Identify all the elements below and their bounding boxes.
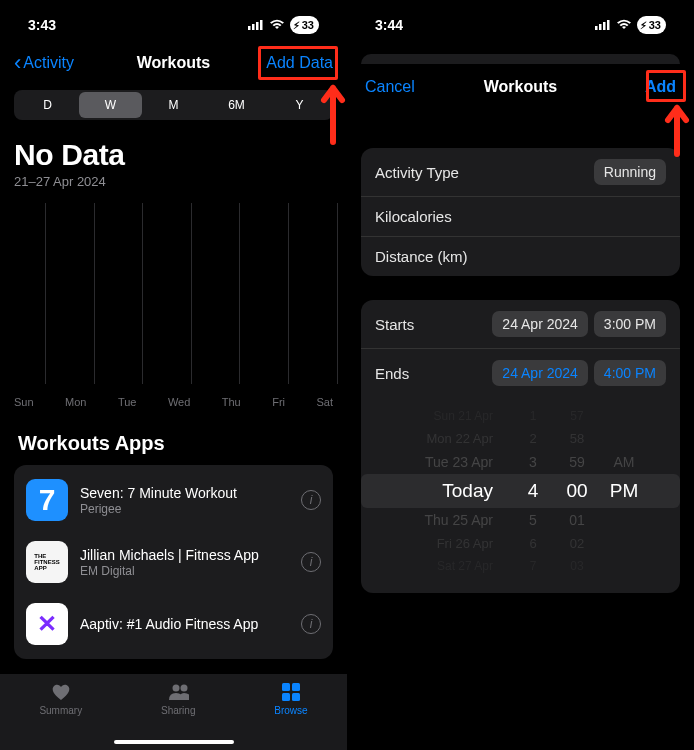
status-icons: 33 <box>248 16 319 34</box>
status-icons: 33 <box>595 16 666 34</box>
picker-row[interactable]: Tue 23 Apr359AM <box>361 450 680 474</box>
xlabel: Wed <box>168 396 190 408</box>
xlabel: Thu <box>222 396 241 408</box>
tab-sharing[interactable]: Sharing <box>161 682 195 716</box>
signal-icon <box>248 17 264 33</box>
svg-rect-11 <box>599 24 602 30</box>
distance-row[interactable]: Distance (km) <box>361 236 680 276</box>
info-icon[interactable]: i <box>301 614 321 634</box>
svg-rect-2 <box>256 22 259 30</box>
svg-rect-3 <box>260 20 263 30</box>
app-row[interactable]: ✕ Aaptiv: #1 Audio Fitness App i <box>14 593 333 655</box>
xlabel: Sun <box>14 396 34 408</box>
annotation-arrow-icon <box>664 100 690 160</box>
svg-rect-1 <box>252 24 255 30</box>
apps-section-title: Workouts Apps <box>0 418 347 465</box>
svg-rect-10 <box>595 26 598 30</box>
time-range-segment[interactable]: D W M 6M Y <box>14 90 333 120</box>
heart-icon <box>50 682 72 702</box>
seg-d[interactable]: D <box>16 92 79 118</box>
seg-w[interactable]: W <box>79 92 142 118</box>
status-bar: 3:43 33 <box>0 0 347 42</box>
tab-summary[interactable]: Summary <box>39 682 82 716</box>
svg-point-4 <box>173 685 180 692</box>
svg-rect-12 <box>603 22 606 30</box>
annotation-arrow-icon <box>320 78 346 148</box>
app-icon: THE FITNESS APP <box>26 541 68 583</box>
starts-date[interactable]: 24 Apr 2024 <box>492 311 588 337</box>
back-button[interactable]: ‹Activity <box>14 52 74 74</box>
battery-icon: 33 <box>637 16 666 34</box>
app-dev: Perigee <box>80 502 289 516</box>
battery-icon: 33 <box>290 16 319 34</box>
clock: 3:43 <box>28 17 56 33</box>
add-data-button[interactable]: Add Data <box>266 54 333 72</box>
app-name: Seven: 7 Minute Workout <box>80 485 289 501</box>
time-form: Starts 24 Apr 2024 3:00 PM Ends 24 Apr 2… <box>361 300 680 593</box>
activity-type-row[interactable]: Activity Type Running <box>361 148 680 196</box>
app-row[interactable]: THE FITNESS APP Jillian Michaels | Fitne… <box>14 531 333 593</box>
empty-chart: Sun Mon Tue Wed Thu Fri Sat <box>0 193 347 418</box>
nav-bar: ‹Activity Workouts Add Data <box>0 42 347 84</box>
seg-6m[interactable]: 6M <box>205 92 268 118</box>
xlabel: Mon <box>65 396 86 408</box>
modal-nav: Cancel Workouts Add <box>347 64 694 110</box>
ends-time[interactable]: 4:00 PM <box>594 360 666 386</box>
activity-type-value[interactable]: Running <box>594 159 666 185</box>
ends-date[interactable]: 24 Apr 2024 <box>492 360 588 386</box>
wifi-icon <box>269 17 285 33</box>
app-icon: 7 <box>26 479 68 521</box>
starts-time[interactable]: 3:00 PM <box>594 311 666 337</box>
signal-icon <box>595 17 611 33</box>
svg-point-5 <box>181 685 188 692</box>
picker-row[interactable]: Fri 26 Apr602 <box>361 532 680 555</box>
apps-list: 7 Seven: 7 Minute WorkoutPerigee i THE F… <box>14 465 333 659</box>
picker-row[interactable]: Sat 27 Apr703 <box>361 555 680 577</box>
kcal-row[interactable]: Kilocalories <box>361 196 680 236</box>
tab-bar: Summary Sharing Browse <box>0 674 347 750</box>
starts-row[interactable]: Starts 24 Apr 2024 3:00 PM <box>361 300 680 348</box>
xlabel: Fri <box>272 396 285 408</box>
svg-rect-9 <box>292 693 300 701</box>
chevron-left-icon: ‹ <box>14 52 21 74</box>
svg-rect-7 <box>292 683 300 691</box>
ends-row[interactable]: Ends 24 Apr 2024 4:00 PM <box>361 348 680 397</box>
people-icon <box>167 682 189 702</box>
wifi-icon <box>616 17 632 33</box>
info-icon[interactable]: i <box>301 552 321 572</box>
picker-row[interactable]: Thu 25 Apr501 <box>361 508 680 532</box>
app-row[interactable]: 7 Seven: 7 Minute WorkoutPerigee i <box>14 469 333 531</box>
cancel-button[interactable]: Cancel <box>365 78 415 96</box>
no-data-title: No Data <box>14 138 333 172</box>
card-behind <box>361 54 680 64</box>
activity-form: Activity Type Running Kilocalories Dista… <box>361 148 680 276</box>
datetime-picker[interactable]: Sun 21 Apr157Mon 22 Apr258Tue 23 Apr359A… <box>361 397 680 593</box>
app-name: Aaptiv: #1 Audio Fitness App <box>80 616 289 632</box>
app-name: Jillian Michaels | Fitness App <box>80 547 289 563</box>
svg-rect-0 <box>248 26 251 30</box>
clock: 3:44 <box>375 17 403 33</box>
picker-row[interactable]: Today400PM <box>361 474 680 508</box>
grid-icon <box>280 682 302 702</box>
date-range: 21–27 Apr 2024 <box>14 174 333 189</box>
svg-rect-8 <box>282 693 290 701</box>
tab-browse[interactable]: Browse <box>274 682 307 716</box>
seg-m[interactable]: M <box>142 92 205 118</box>
xlabel: Tue <box>118 396 137 408</box>
picker-row[interactable]: Mon 22 Apr258 <box>361 427 680 450</box>
app-icon: ✕ <box>26 603 68 645</box>
picker-row[interactable]: Sun 21 Apr157 <box>361 405 680 427</box>
info-icon[interactable]: i <box>301 490 321 510</box>
xlabel: Sat <box>316 396 333 408</box>
svg-rect-13 <box>607 20 610 30</box>
status-bar: 3:44 33 <box>347 0 694 42</box>
app-dev: EM Digital <box>80 564 289 578</box>
add-button[interactable]: Add <box>645 78 676 96</box>
home-indicator[interactable] <box>114 740 234 744</box>
svg-rect-6 <box>282 683 290 691</box>
